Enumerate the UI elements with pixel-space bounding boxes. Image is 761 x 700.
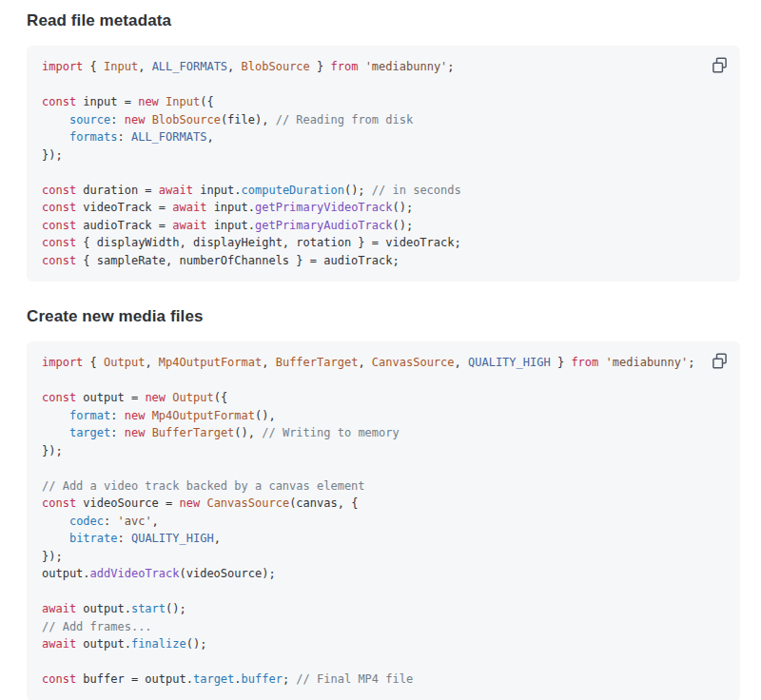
code-line: import { Output, Mp4OutputFormat, Buffer…: [42, 354, 725, 372]
copy-code-button[interactable]: [709, 54, 730, 75]
code-line: codec: 'avc',: [42, 513, 725, 531]
code-line: [42, 459, 725, 477]
code-line: const duration = await input.computeDura…: [42, 182, 725, 200]
section-create-new-media-files: Create new media files import { Output, …: [27, 307, 740, 700]
code-line: source: new BlobSource(file), // Reading…: [42, 111, 725, 129]
section-heading: Create new media files: [27, 307, 740, 326]
code-line: // Add frames...: [42, 618, 725, 636]
copy-icon: [712, 57, 728, 73]
code-line: });: [42, 146, 725, 165]
code-line: // Add a video track backed by a canvas …: [42, 477, 725, 496]
code-line: const videoTrack = await input.getPrimar…: [42, 199, 725, 217]
code-line: [42, 164, 725, 182]
code-content: import { Output, Mp4OutputFormat, Buffer…: [42, 354, 725, 689]
code-line: const buffer = output.target.buffer; // …: [42, 671, 725, 689]
code-line: });: [42, 548, 725, 566]
code-line: [42, 76, 725, 94]
code-line: format: new Mp4OutputFormat(),: [42, 407, 725, 425]
code-line: const { displayWidth, displayHeight, rot…: [42, 234, 725, 252]
copy-icon: [712, 353, 728, 369]
code-line: output.addVideoTrack(videoSource);: [42, 565, 725, 583]
code-line: });: [42, 442, 725, 460]
docs-page: Read file metadata import { Input, ALL_F…: [0, 0, 761, 700]
code-line: bitrate: QUALITY_HIGH,: [42, 530, 725, 548]
code-line: target: new BufferTarget(), // Writing t…: [42, 424, 725, 442]
code-content: import { Input, ALL_FORMATS, BlobSource …: [42, 58, 725, 269]
copy-code-button[interactable]: [709, 350, 730, 371]
code-line: const input = new Input({: [42, 93, 725, 111]
code-block: import { Input, ALL_FORMATS, BlobSource …: [27, 46, 740, 282]
code-line: const audioTrack = await input.getPrimar…: [42, 217, 725, 235]
code-line: const output = new Output({: [42, 389, 725, 407]
code-line: [42, 583, 725, 601]
code-line: [42, 372, 725, 390]
code-line: import { Input, ALL_FORMATS, BlobSource …: [42, 58, 725, 76]
code-line: [42, 653, 725, 671]
section-heading: Read file metadata: [27, 11, 740, 30]
code-line: formats: ALL_FORMATS,: [42, 128, 725, 146]
section-read-file-metadata: Read file metadata import { Input, ALL_F…: [27, 11, 740, 282]
code-line: const { sampleRate, numberOfChannels } =…: [42, 252, 725, 270]
code-block: import { Output, Mp4OutputFormat, Buffer…: [27, 341, 740, 700]
code-line: await output.start();: [42, 600, 725, 618]
code-line: const videoSource = new CanvasSource(can…: [42, 495, 725, 513]
code-line: await output.finalize();: [42, 635, 725, 653]
